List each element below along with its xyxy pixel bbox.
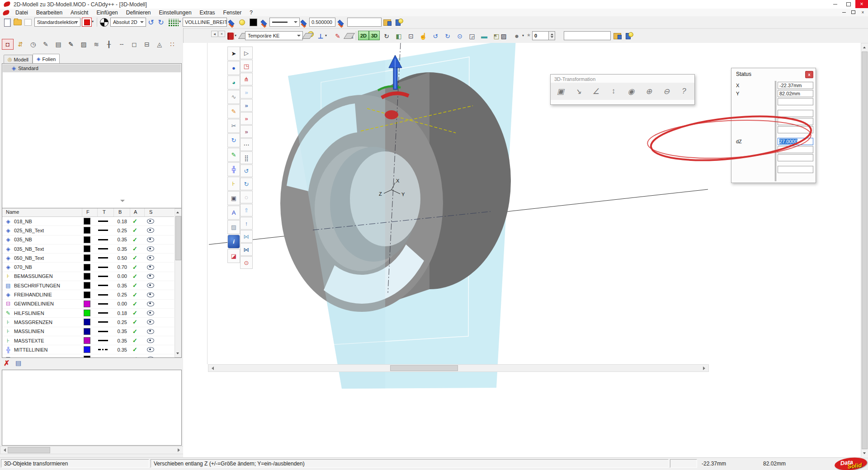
- col-a[interactable]: A: [134, 209, 137, 215]
- transform-tool-icon[interactable]: ⣿: [240, 151, 253, 164]
- layer-visible-eye-icon[interactable]: [147, 228, 154, 233]
- plane-edit-icon[interactable]: E: [344, 31, 355, 41]
- color-dropdown-caret[interactable]: ▾: [92, 19, 94, 24]
- layer-color-swatch[interactable]: [84, 273, 90, 280]
- menu-item[interactable]: Datei: [11, 9, 32, 16]
- layer-name-field[interactable]: [347, 18, 382, 27]
- layer-linestyle-sample[interactable]: [98, 331, 108, 332]
- edit-tool-icon[interactable]: ◕: [227, 75, 240, 89]
- grid-dropdown-caret[interactable]: ▾: [179, 19, 181, 24]
- table-row[interactable]: ◈ 025_NB_Text 0.25 ✓: [2, 226, 174, 235]
- view-tool-icon[interactable]: ⊙: [454, 31, 465, 41]
- layer-color-swatch[interactable]: [84, 291, 90, 298]
- scrollbar-thumb[interactable]: [8, 447, 50, 453]
- status-row-field[interactable]: [778, 118, 813, 125]
- registration-mark-icon[interactable]: [99, 17, 109, 28]
- render-sphere-icon[interactable]: ●: [511, 31, 522, 41]
- table-row[interactable]: ⊟ GEWINDELINIEN 0.00 ✓: [2, 300, 174, 309]
- layer-color-swatch[interactable]: [84, 227, 90, 234]
- layer-visible-eye-icon[interactable]: [147, 357, 154, 358]
- layer-active-check[interactable]: ✓: [132, 227, 137, 234]
- layer-active-check[interactable]: ✓: [132, 346, 137, 353]
- ke-dropdown-caret[interactable]: ▾: [235, 33, 236, 38]
- layer-linewidth[interactable]: 0.35: [113, 283, 127, 288]
- status-row-field[interactable]: [778, 98, 813, 105]
- open-button[interactable]: [12, 17, 23, 28]
- panel-tab[interactable]: ◈ Folien: [33, 54, 60, 64]
- axes-dropdown-caret[interactable]: ▾: [325, 33, 327, 38]
- transform-tool-icon[interactable]: ◳: [240, 60, 253, 72]
- layer-color-swatch[interactable]: [84, 310, 90, 316]
- view-tool-icon[interactable]: ↻: [381, 31, 392, 41]
- layer-color-swatch[interactable]: [84, 301, 90, 307]
- layer-linewidth[interactable]: 0.18: [113, 310, 127, 316]
- transform-tool-icon[interactable]: »: [240, 86, 253, 99]
- panel-tool-icon[interactable]: ✎: [65, 39, 77, 50]
- layer-active-check[interactable]: ✓: [132, 264, 137, 271]
- transformation-tool-icon[interactable]: ?: [677, 85, 691, 98]
- panel-tool-icon[interactable]: ≋: [90, 39, 102, 50]
- layer-visible-eye-icon[interactable]: [147, 347, 154, 352]
- menu-item[interactable]: Ansicht: [66, 9, 92, 16]
- table-row[interactable]: ▤ BESCHRIFTUNGEN 0.35 ✓: [2, 281, 174, 290]
- layer-assign-icon[interactable]: [226, 17, 237, 28]
- edit-tool-icon[interactable]: ➤: [227, 47, 240, 61]
- layer-visible-eye-icon[interactable]: [147, 329, 154, 334]
- viewport-vscrollbar[interactable]: [861, 43, 868, 458]
- layer-active-check[interactable]: ✓: [132, 310, 137, 316]
- status-panel-close-button[interactable]: x: [805, 71, 813, 78]
- panel-tool-icon[interactable]: ⇵: [14, 39, 26, 50]
- copy-layer-button[interactable]: ▤: [15, 359, 21, 367]
- layer-color-swatch[interactable]: [84, 346, 90, 353]
- star-icon[interactable]: ★: [527, 33, 531, 38]
- user-light-view-icon[interactable]: [623, 31, 633, 41]
- scrollbar-thumb[interactable]: [390, 365, 458, 371]
- transform-tool-icon[interactable]: ⋯: [240, 138, 253, 151]
- current-color-swatch[interactable]: [248, 17, 259, 28]
- layer-visible-eye-icon[interactable]: [147, 283, 154, 288]
- layer-visible-eye-icon[interactable]: [147, 320, 154, 324]
- panel-tool-icon[interactable]: ◷: [27, 39, 39, 50]
- layer-linestyle-sample[interactable]: [98, 294, 108, 296]
- layer-linestyle-sample[interactable]: [98, 221, 108, 222]
- layer-visible-eye-icon[interactable]: [147, 310, 154, 315]
- hatch-pattern-icon[interactable]: ▨: [498, 31, 509, 41]
- table-row[interactable]: ◈ 035_NB_Text 0.35 ✓: [2, 244, 174, 254]
- col-s[interactable]: S: [149, 209, 152, 215]
- layer-visible-eye-icon[interactable]: [147, 255, 154, 260]
- minimize-button[interactable]: [828, 0, 842, 8]
- status-row-field[interactable]: [778, 126, 813, 133]
- table-row[interactable]: ⊦ MASSGRENZEN 0.25 ✓: [2, 318, 174, 327]
- layer-color-icon[interactable]: [259, 17, 269, 28]
- layer-linewidth[interactable]: 0.70: [113, 264, 127, 270]
- layer-active-check[interactable]: ✓: [132, 254, 137, 261]
- panel-tool-icon[interactable]: ╂: [103, 39, 115, 50]
- splitter-chevron[interactable]: [120, 200, 125, 204]
- linewidth-field[interactable]: 0.500000: [309, 18, 335, 27]
- scrollbar-thumb[interactable]: [175, 216, 181, 260]
- layer-width-icon[interactable]: [335, 17, 346, 28]
- layer-linestyle-sample[interactable]: [98, 248, 108, 249]
- menu-item[interactable]: ?: [245, 9, 257, 16]
- layer-linestyle-sample[interactable]: [98, 276, 108, 277]
- view-tool-icon[interactable]: ▬: [479, 31, 490, 41]
- layer-linestyle-sample[interactable]: [98, 285, 108, 286]
- status-row-field[interactable]: [778, 146, 813, 153]
- edit-tool-icon[interactable]: A: [227, 206, 240, 220]
- transform-tool-icon[interactable]: ⋈: [240, 230, 253, 243]
- panel-tool-icon[interactable]: ◻: [128, 39, 140, 50]
- mdi-minimize-button[interactable]: [840, 9, 848, 15]
- table-row[interactable]: ◈ 070_NB 0.70 ✓: [2, 263, 174, 272]
- edit-tool-icon[interactable]: ✂: [227, 119, 240, 133]
- transform-tool-icon[interactable]: ◌: [240, 191, 253, 203]
- transform-tool-icon[interactable]: ▷: [240, 47, 253, 59]
- sketch-pencil-icon[interactable]: ✎: [332, 31, 343, 41]
- transformation-tool-icon[interactable]: ↘: [571, 85, 585, 98]
- layer-linestyle-sample[interactable]: [98, 349, 108, 350]
- layer-color-swatch[interactable]: [84, 282, 90, 289]
- layer-color-swatch[interactable]: [84, 264, 90, 271]
- layer-active-check[interactable]: ✓: [132, 273, 137, 280]
- view-tool-icon[interactable]: ⊡: [406, 31, 416, 41]
- layer-linewidth[interactable]: 0.25: [113, 292, 127, 297]
- edit-tool-icon[interactable]: ●: [227, 61, 240, 75]
